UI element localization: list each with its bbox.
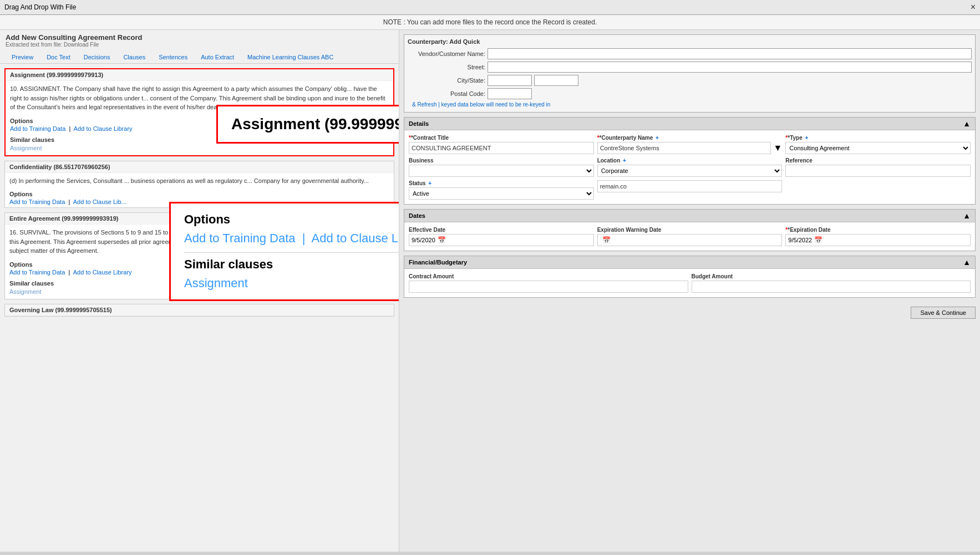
effective-date-value[interactable]: 9/5/2020 📅: [409, 234, 594, 246]
popup-training-link[interactable]: Add to Training Data: [184, 231, 296, 245]
counterparty-name-label: **Counterparty Name +: [597, 135, 783, 141]
counterparty-title: Counterparty: Add Quick: [408, 38, 972, 45]
financial-collapse-icon[interactable]: ▲: [963, 258, 971, 267]
details-section: Details ▲ **Contract Title CONSULTING AG…: [404, 117, 976, 205]
type-label: **Type +: [785, 135, 971, 141]
popup-divider: [184, 252, 399, 253]
type-field: **Type + Consulting Agreement: [785, 135, 971, 154]
effective-date-text: 9/5/2020: [412, 237, 435, 243]
city-input[interactable]: [488, 75, 532, 86]
expiration-date-field: **Expiration Date 9/5/2022 📅: [785, 227, 971, 246]
details-collapse-icon[interactable]: ▲: [963, 119, 971, 128]
status-select[interactable]: Active: [409, 187, 594, 200]
location-select[interactable]: Corporate: [597, 165, 783, 177]
expiration-date-label: **Expiration Date: [785, 227, 971, 233]
clause-confidentiality-header: Confidentiality (86.5517076960256): [5, 161, 394, 173]
expiration-warning-label: Expiration Warning Date: [597, 227, 783, 233]
reference-field: Reference: [785, 157, 971, 177]
type-add-icon[interactable]: +: [805, 135, 809, 141]
close-icon[interactable]: ×: [971, 2, 976, 12]
tab-decisions[interactable]: Decisions: [78, 51, 116, 63]
vendor-input[interactable]: [488, 48, 972, 59]
counterparty-dropdown-icon[interactable]: ▼: [773, 143, 782, 153]
popup-library-link[interactable]: Add to Clause Library: [312, 231, 399, 245]
street-label: Street:: [408, 64, 485, 70]
dates-grid: Effective Date 9/5/2020 📅 Expiration War…: [404, 222, 975, 251]
location-add-icon[interactable]: +: [623, 157, 626, 164]
financial-grid: Contract Amount Budget Amount: [404, 269, 975, 297]
clause-confidentiality: Confidentiality (86.5517076960256) (d) I…: [4, 161, 394, 208]
popup-options-title: Options: [184, 212, 399, 227]
counterparty-name-value: ContreStone Systems: [597, 142, 771, 154]
business-field: Business: [409, 157, 594, 177]
expiration-warning-field: Expiration Warning Date 📅: [597, 227, 783, 246]
dates-collapse-icon[interactable]: ▲: [963, 211, 971, 220]
tab-ml-clauses[interactable]: Machine Learning Clauses ABC: [241, 51, 339, 63]
popup-separator: |: [302, 231, 306, 245]
type-select[interactable]: Consulting Agreement: [785, 142, 971, 154]
record-subtitle: Extracted text from file: Download File: [6, 42, 393, 48]
tabs-bar: Preview Doc Text Decisions Clauses Sente…: [0, 49, 399, 64]
effective-date-field: Effective Date 9/5/2020 📅: [409, 227, 594, 246]
tab-doc-text[interactable]: Doc Text: [40, 51, 77, 63]
details-header-bar: Details ▲: [404, 118, 975, 130]
calendar-icon-warning[interactable]: 📅: [602, 236, 611, 244]
tab-auto-extract[interactable]: Auto Extract: [195, 51, 240, 63]
contract-title-label: **Contract Title: [409, 135, 594, 141]
financial-header-bar: Financial/Budgetary ▲: [404, 256, 975, 269]
clause-assignment-header: Assignment (99.9999999979913): [6, 69, 393, 81]
add-training-link[interactable]: Add to Training Data: [10, 125, 65, 132]
popup-similar-link[interactable]: Assignment: [184, 276, 399, 291]
clause-confidentiality-text: (d) In performing the Services, Consulta…: [5, 173, 394, 189]
status-add-icon[interactable]: +: [428, 180, 431, 186]
street-input[interactable]: [488, 62, 972, 73]
save-continue-button[interactable]: Save & Continue: [911, 307, 976, 319]
remain-field: remain.co: [597, 180, 783, 200]
entire-similar-link[interactable]: Assignment: [9, 288, 41, 295]
postal-row: Postal Code:: [408, 88, 972, 99]
postal-input[interactable]: [488, 88, 532, 99]
expiration-date-text: 9/5/2022: [788, 237, 812, 243]
street-row: Street:: [408, 62, 972, 73]
vendor-row: Vendor/Customer Name:: [408, 48, 972, 59]
confidentiality-library-link[interactable]: Add to Clause Lib...: [73, 198, 126, 205]
contract-title-value: CONSULTING AGREEMENT: [409, 142, 594, 154]
tab-clauses[interactable]: Clauses: [117, 51, 151, 63]
refresh-link[interactable]: & Refresh | keyed data below will need t…: [412, 101, 967, 108]
record-title: Add New Consulting Agreement Record: [6, 33, 393, 42]
calendar-icon-expiration[interactable]: 📅: [814, 236, 822, 244]
entire-training-link[interactable]: Add to Training Data: [9, 269, 65, 276]
main-content: Add New Consulting Agreement Record Extr…: [0, 30, 980, 552]
clause-governing-header: Governing Law (99.9999995705515): [5, 304, 394, 316]
expiration-date-value[interactable]: 9/5/2022 📅: [785, 234, 971, 246]
counterparty-add-icon[interactable]: +: [656, 135, 659, 141]
city-state-row: City/State:: [408, 75, 972, 86]
popup-assignment: Assignment (99.9999999979913): [216, 105, 399, 144]
business-select[interactable]: [409, 165, 594, 177]
details-grid: **Contract Title CONSULTING AGREEMENT **…: [404, 130, 975, 204]
window-title-bar: Drag And Drop With File ×: [0, 0, 980, 15]
popup-similar-title: Similar clauses: [184, 257, 399, 272]
budget-amount-field: Budget Amount: [692, 273, 971, 293]
popup-assignment-title: Assignment (99.9999999979913): [231, 115, 399, 133]
calendar-icon-effective[interactable]: 📅: [438, 236, 446, 244]
add-clause-library-link[interactable]: Add to Clause Library: [74, 125, 133, 132]
remain-value: remain.co: [597, 180, 783, 192]
confidentiality-training-link[interactable]: Add to Training Data: [9, 198, 65, 205]
city-state-label: City/State:: [408, 77, 485, 84]
contract-amount-label: Contract Amount: [409, 273, 688, 279]
entire-library-link[interactable]: Add to Clause Library: [73, 269, 132, 276]
tab-preview[interactable]: Preview: [6, 51, 39, 63]
contract-amount-value: [409, 281, 688, 293]
state-input[interactable]: [534, 75, 578, 86]
tab-sentences[interactable]: Sentences: [153, 51, 194, 63]
expiration-warning-value[interactable]: 📅: [597, 234, 783, 246]
postal-label: Postal Code:: [408, 90, 485, 97]
location-label: Location +: [597, 157, 783, 164]
financial-section: Financial/Budgetary ▲ Contract Amount Bu…: [404, 256, 976, 298]
reference-value: [785, 165, 971, 177]
similar-assignment-link[interactable]: Assignment: [10, 145, 42, 151]
counterparty-name-field: **Counterparty Name + ContreStone System…: [597, 135, 783, 154]
contract-title-field: **Contract Title CONSULTING AGREEMENT: [409, 135, 594, 154]
popup-options-links: Add to Training Data | Add to Clause Lib…: [184, 231, 399, 246]
